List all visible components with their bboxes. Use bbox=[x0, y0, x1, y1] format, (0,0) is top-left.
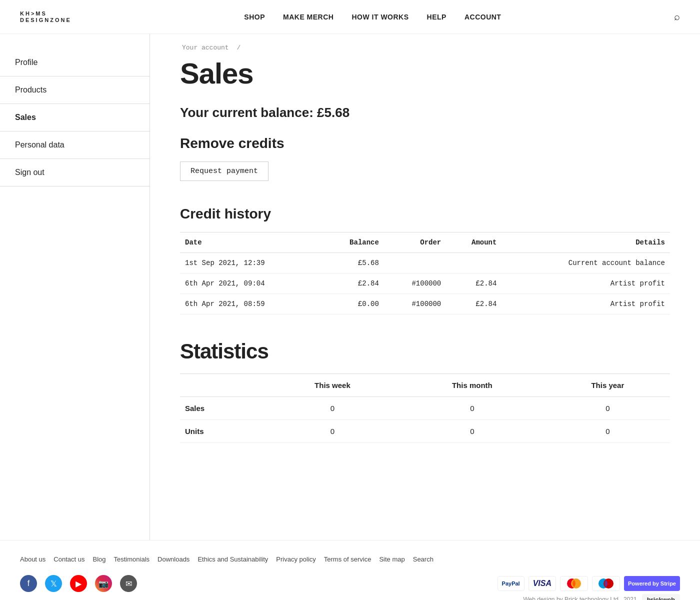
footer-link-blog[interactable]: Blog bbox=[92, 556, 106, 563]
col-date: Date bbox=[180, 232, 322, 253]
footer-link-sitemap[interactable]: Site map bbox=[379, 556, 404, 563]
footer-credit-row: © 2021 Keep Hush Ltd. Web design by Bric… bbox=[20, 592, 680, 600]
footer-links: About us Contact us Blog Testimonials Do… bbox=[20, 556, 680, 563]
youtube-icon[interactable]: ▶ bbox=[70, 575, 87, 592]
breadcrumb-separator: / bbox=[236, 44, 240, 52]
table-row: 6th Apr 2021, 09:04 £2.84 #100000 £2.84 … bbox=[180, 274, 670, 294]
request-payment-button[interactable]: Request payment bbox=[180, 162, 268, 181]
remove-credits-title: Remove credits bbox=[180, 136, 670, 152]
row1-amount bbox=[446, 253, 502, 274]
nav-how-it-works[interactable]: HOW IT WORKS bbox=[352, 13, 408, 21]
row3-date: 6th Apr 2021, 08:59 bbox=[180, 294, 322, 314]
mastercard-icon bbox=[560, 576, 588, 591]
logo-line2: DESIGNZONE bbox=[20, 17, 72, 23]
breadcrumb: Your account / bbox=[180, 44, 670, 52]
stats-row-sales: Sales 0 0 0 bbox=[180, 397, 670, 420]
stats-col-week: This week bbox=[266, 374, 399, 397]
stats-col-month: This month bbox=[399, 374, 546, 397]
page-layout: Profile Products Sales Personal data Sig… bbox=[0, 34, 700, 540]
stats-col-year: This year bbox=[546, 374, 670, 397]
footer-link-contact[interactable]: Contact us bbox=[54, 556, 84, 563]
stats-units-month: 0 bbox=[399, 420, 546, 443]
table-row: 6th Apr 2021, 08:59 £0.00 #100000 £2.84 … bbox=[180, 294, 670, 314]
brickweb-label: brickweb bbox=[642, 594, 680, 600]
footer-web-credit: Web design by Brick technology Ltd., 202… bbox=[523, 596, 636, 600]
footer-link-about[interactable]: About us bbox=[20, 556, 46, 563]
paypal-icon: PayPal bbox=[498, 576, 524, 591]
maestro-icon bbox=[592, 576, 620, 591]
footer-link-privacy[interactable]: Privacy policy bbox=[276, 556, 316, 563]
logo[interactable]: KH>MS DESIGNZONE bbox=[20, 10, 72, 22]
stripe-icon: Powered by Stripe bbox=[624, 576, 680, 591]
row2-order: #100000 bbox=[384, 274, 446, 294]
nav-shop[interactable]: SHOP bbox=[244, 13, 265, 21]
row3-details: Artist profit bbox=[502, 294, 670, 314]
footer: About us Contact us Blog Testimonials Do… bbox=[0, 540, 700, 600]
stats-sales-label: Sales bbox=[180, 397, 266, 420]
sidebar-item-sign-out[interactable]: Sign out bbox=[0, 159, 150, 186]
row2-balance: £2.84 bbox=[322, 274, 384, 294]
credit-history-table: Date Balance Order Amount Details 1st Se… bbox=[180, 232, 670, 314]
row3-order: #100000 bbox=[384, 294, 446, 314]
col-details: Details bbox=[502, 232, 670, 253]
page-title: Sales bbox=[180, 56, 670, 90]
sidebar-item-sales[interactable]: Sales bbox=[0, 104, 150, 132]
footer-bottom: f 𝕏 ▶ 📷 ✉ PayPal VISA bbox=[20, 575, 680, 592]
social-icons: f 𝕏 ▶ 📷 ✉ bbox=[20, 575, 137, 592]
logo-line1: KH>MS bbox=[20, 10, 72, 16]
stats-sales-year: 0 bbox=[546, 397, 670, 420]
credit-history-title: Credit history bbox=[180, 206, 670, 222]
sidebar-item-profile[interactable]: Profile bbox=[0, 49, 150, 76]
row1-details: Current account balance bbox=[502, 253, 670, 274]
footer-link-terms[interactable]: Terms of service bbox=[324, 556, 372, 563]
col-amount: Amount bbox=[446, 232, 502, 253]
sidebar: Profile Products Sales Personal data Sig… bbox=[0, 34, 150, 540]
nav-account[interactable]: ACCOUNT bbox=[464, 13, 502, 21]
row2-date: 6th Apr 2021, 09:04 bbox=[180, 274, 322, 294]
stats-row-units: Units 0 0 0 bbox=[180, 420, 670, 443]
footer-link-testimonials[interactable]: Testimonials bbox=[114, 556, 150, 563]
col-balance: Balance bbox=[322, 232, 384, 253]
payment-icons: PayPal VISA Powered by Stripe bbox=[498, 576, 680, 591]
footer-link-downloads[interactable]: Downloads bbox=[158, 556, 190, 563]
email-icon[interactable]: ✉ bbox=[120, 575, 137, 592]
balance-text: Your current balance: £5.68 bbox=[180, 105, 670, 120]
row1-order bbox=[384, 253, 446, 274]
facebook-icon[interactable]: f bbox=[20, 575, 37, 592]
sidebar-item-products[interactable]: Products bbox=[0, 76, 150, 104]
nav-make-merch[interactable]: MAKE MERCH bbox=[283, 13, 334, 21]
stats-units-label: Units bbox=[180, 420, 266, 443]
header: KH>MS DESIGNZONE SHOP MAKE MERCH HOW IT … bbox=[0, 0, 700, 34]
visa-icon: VISA bbox=[528, 576, 556, 591]
instagram-icon[interactable]: 📷 bbox=[95, 575, 112, 592]
row3-amount: £2.84 bbox=[446, 294, 502, 314]
row3-balance: £0.00 bbox=[322, 294, 384, 314]
row1-date: 1st Sep 2021, 12:39 bbox=[180, 253, 322, 274]
stats-units-week: 0 bbox=[266, 420, 399, 443]
sidebar-item-personal-data[interactable]: Personal data bbox=[0, 132, 150, 159]
col-order: Order bbox=[384, 232, 446, 253]
stats-units-year: 0 bbox=[546, 420, 670, 443]
footer-link-ethics[interactable]: Ethics and Sustainability bbox=[198, 556, 268, 563]
row2-details: Artist profit bbox=[502, 274, 670, 294]
statistics-table: This week This month This year Sales 0 0… bbox=[180, 374, 670, 443]
row2-amount: £2.84 bbox=[446, 274, 502, 294]
main-content: Your account / Sales Your current balanc… bbox=[150, 34, 700, 540]
statistics-title: Statistics bbox=[180, 340, 670, 364]
footer-link-search[interactable]: Search bbox=[413, 556, 434, 563]
nav-help[interactable]: HELP bbox=[427, 13, 446, 21]
twitter-icon[interactable]: 𝕏 bbox=[45, 575, 62, 592]
stats-sales-month: 0 bbox=[399, 397, 546, 420]
main-nav: SHOP MAKE MERCH HOW IT WORKS HELP ACCOUN… bbox=[244, 12, 501, 22]
stats-col-label bbox=[180, 374, 266, 397]
table-row: 1st Sep 2021, 12:39 £5.68 Current accoun… bbox=[180, 253, 670, 274]
stats-sales-week: 0 bbox=[266, 397, 399, 420]
search-icon-button[interactable]: ⌕ bbox=[674, 11, 680, 22]
breadcrumb-account: Your account bbox=[182, 44, 229, 52]
row1-balance: £5.68 bbox=[322, 253, 384, 274]
